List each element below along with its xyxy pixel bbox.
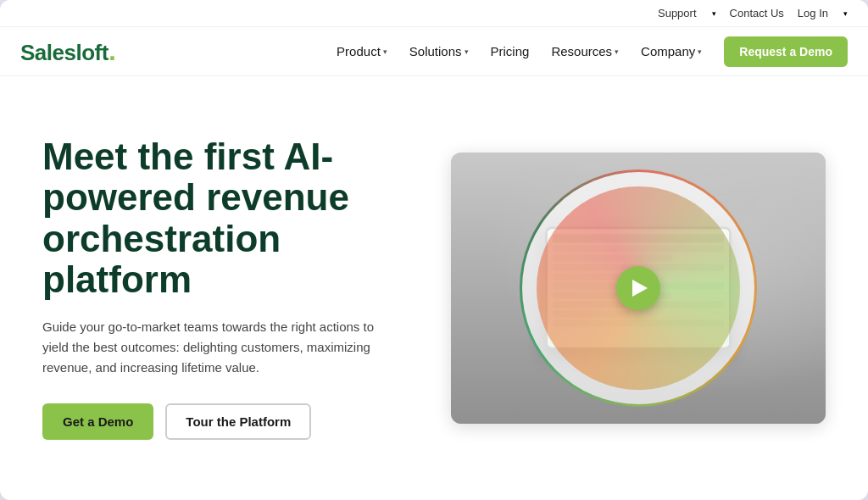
screen-row — [553, 311, 630, 318]
screen-row — [553, 255, 672, 262]
product-chevron-icon: ▾ — [383, 47, 387, 56]
get-demo-button[interactable]: Get a Demo — [42, 403, 153, 440]
hero-buttons: Get a Demo Tour the Platform — [42, 403, 417, 440]
request-demo-button[interactable]: Request a Demo — [724, 36, 848, 67]
login-chevron-icon: ▾ — [843, 9, 848, 18]
logo-text: Salesloft. — [20, 40, 115, 65]
screen-row — [553, 320, 724, 327]
play-button[interactable] — [616, 266, 660, 310]
company-chevron-icon: ▾ — [698, 47, 702, 56]
utility-bar: Support ▾ Contact Us Log In ▾ — [0, 0, 868, 27]
hero-title: Meet the first AI-powered revenue orches… — [42, 136, 417, 301]
screen-row — [553, 235, 724, 243]
support-chevron-icon: ▾ — [712, 9, 716, 18]
hero-section: Meet the first AI-powered revenue orches… — [0, 76, 868, 500]
nav-product[interactable]: Product ▾ — [328, 39, 396, 64]
nav-company[interactable]: Company ▾ — [632, 39, 710, 64]
contact-us-link[interactable]: Contact Us — [730, 7, 784, 19]
nav-pricing[interactable]: Pricing — [482, 39, 538, 64]
tour-platform-button[interactable]: Tour the Platform — [165, 403, 311, 440]
hero-visual — [451, 153, 826, 424]
hero-subtitle: Guide your go-to-market teams towards th… — [42, 317, 398, 378]
main-nav: Salesloft. Product ▾ Solutions ▾ Pricing… — [0, 27, 868, 76]
resources-chevron-icon: ▾ — [615, 47, 619, 56]
logo[interactable]: Salesloft. — [20, 36, 115, 67]
nav-resources[interactable]: Resources ▾ — [542, 39, 627, 64]
page-wrapper: Support ▾ Contact Us Log In ▾ Salesloft.… — [0, 0, 868, 500]
hero-content: Meet the first AI-powered revenue orches… — [42, 136, 417, 441]
video-background — [451, 153, 826, 424]
video-container[interactable] — [451, 153, 826, 424]
play-icon — [632, 280, 648, 297]
screen-row — [553, 246, 724, 253]
login-link[interactable]: Log In — [798, 7, 828, 19]
solutions-chevron-icon: ▾ — [465, 47, 469, 56]
support-link[interactable]: Support — [658, 7, 697, 19]
nav-solutions[interactable]: Solutions ▾ — [401, 39, 477, 64]
nav-links: Product ▾ Solutions ▾ Pricing Resources … — [328, 39, 710, 64]
